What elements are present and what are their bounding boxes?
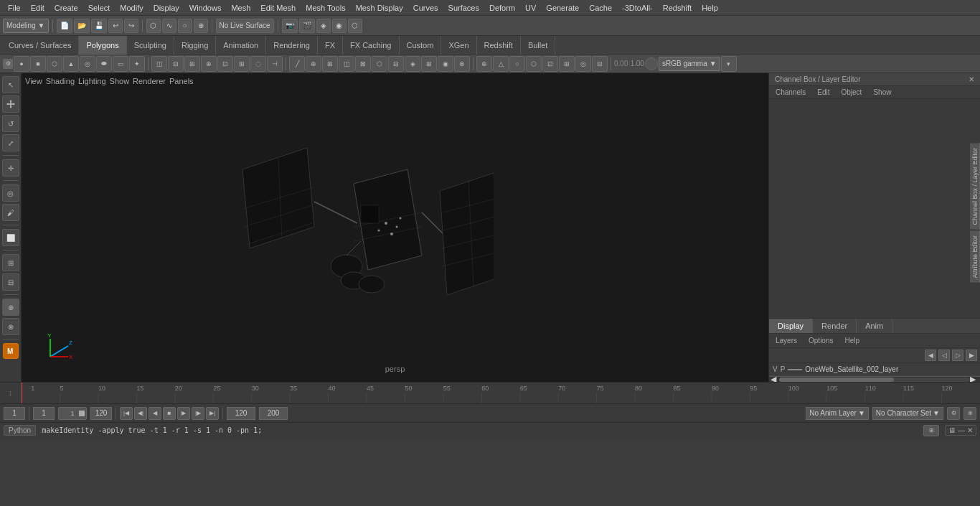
tool5-btn[interactable]: ⊠ <box>355 56 371 72</box>
menu-windows[interactable]: Windows <box>184 2 227 14</box>
panel-close-btn[interactable]: ✕ <box>969 75 974 83</box>
snap8-btn[interactable]: ⊟ <box>592 56 608 72</box>
vp-menu-lighting[interactable]: Lighting <box>78 77 106 85</box>
menu-select[interactable]: Select <box>83 2 116 14</box>
select-tool-btn[interactable]: ⬡ <box>146 19 161 33</box>
tab-sculpting[interactable]: Sculpting <box>127 36 174 55</box>
paint-weights-btn[interactable]: 🖌 <box>2 204 19 221</box>
layer-icon2[interactable]: ◁ <box>938 350 950 361</box>
vp-menu-shading[interactable]: Shading <box>46 77 75 85</box>
menu-deform[interactable]: Deform <box>484 2 520 14</box>
current-frame-input[interactable]: 1 <box>4 407 25 420</box>
tab-fx-caching[interactable]: FX Caching <box>343 36 399 55</box>
settings-icon-btn[interactable]: ⚙ <box>3 59 13 69</box>
vp-menu-show[interactable]: Show <box>110 77 130 85</box>
cone-btn[interactable]: ▲ <box>63 56 79 72</box>
mirror-btn[interactable]: ⊣ <box>267 56 283 72</box>
layer-p-toggle[interactable]: P <box>781 365 786 373</box>
ly-tab-options[interactable]: Options <box>806 336 836 345</box>
snap5-btn[interactable]: ⊡ <box>542 56 558 72</box>
paint-tool-btn[interactable]: ○ <box>178 19 192 33</box>
dr-tab-render[interactable]: Render <box>813 319 857 333</box>
menu-edit[interactable]: Edit <box>26 2 50 14</box>
crease-tool-btn[interactable]: ⊕ <box>2 299 19 316</box>
tab-rigging[interactable]: Rigging <box>174 36 216 55</box>
side-tab-channel-box[interactable]: Channel Box / Layer Editor <box>970 144 980 230</box>
sphere-btn[interactable]: ● <box>14 56 29 72</box>
scale-tool[interactable]: ⤢ <box>2 134 19 151</box>
align-btn[interactable]: ⊟ <box>2 273 19 291</box>
menu-uv[interactable]: UV <box>520 2 541 14</box>
cube-btn[interactable]: ■ <box>30 56 46 72</box>
side-tab-attribute-editor[interactable]: Attribute Editor <box>970 231 980 283</box>
window-close-btn[interactable]: ✕ <box>967 426 973 434</box>
tool3-btn[interactable]: ⊞ <box>322 56 338 72</box>
universal-tool[interactable]: ✛ <box>2 159 19 177</box>
play-reverse-btn[interactable]: ◀ <box>149 407 161 420</box>
window-monitor-icon[interactable]: 🖥 <box>948 426 956 434</box>
menu-mesh-display[interactable]: Mesh Display <box>351 2 408 14</box>
playback-end-input[interactable]: 120 <box>227 407 255 420</box>
frame-start-input[interactable]: 1 <box>33 407 55 420</box>
snap3-btn[interactable]: ○ <box>509 56 525 72</box>
tab-fx[interactable]: FX <box>318 36 343 55</box>
menu-display[interactable]: Display <box>149 2 184 14</box>
undo-btn[interactable]: ↩ <box>108 19 123 33</box>
snap-btn[interactable]: ⊕ <box>194 19 208 33</box>
tool7-btn[interactable]: ⊟ <box>388 56 404 72</box>
tool11-btn[interactable]: ⊗ <box>454 56 470 72</box>
workspace-dropdown[interactable]: Modeling ▼ <box>3 19 49 33</box>
sculpt-btn[interactable]: ⊗ <box>2 318 19 335</box>
vp-menu-renderer[interactable]: Renderer <box>133 77 166 85</box>
lasso-tool-btn[interactable]: ∿ <box>162 19 176 33</box>
tab-animation[interactable]: Animation <box>216 36 266 55</box>
anim-extra-btn[interactable]: ⊕ <box>963 407 976 420</box>
vert-mode-btn[interactable]: ⊞ <box>184 56 200 72</box>
dr-tab-anim[interactable]: Anim <box>857 319 892 333</box>
edge-mode-btn[interactable]: ⊟ <box>168 56 184 72</box>
layer-icon3[interactable]: ▷ <box>952 350 963 361</box>
timeline[interactable]: 1 placeholder 1 5 10 15 <box>0 382 980 403</box>
cb-tab-channels[interactable]: Channels <box>773 88 809 97</box>
ly-tab-layers[interactable]: Layers <box>773 336 800 345</box>
menu-redshift[interactable]: Redshift <box>658 2 697 14</box>
menu-file[interactable]: File <box>3 2 26 14</box>
snap-together-btn[interactable]: ⊞ <box>2 254 19 271</box>
step-forward-btn[interactable]: |▶ <box>192 407 204 420</box>
menu-modify[interactable]: Modify <box>115 2 148 14</box>
ipr-btn[interactable]: ◈ <box>316 19 331 33</box>
live-surface-btn[interactable]: No Live Surface <box>216 19 274 33</box>
play-forward-btn[interactable]: ▶ <box>177 407 190 420</box>
menu-3dtall[interactable]: -3DtoAll- <box>617 2 658 14</box>
anim-layer-dropdown[interactable]: No Anim Layer ▼ <box>806 407 869 420</box>
select-tool[interactable]: ↖ <box>2 76 19 93</box>
face-mode-btn[interactable]: ◫ <box>151 56 167 72</box>
tool2-btn[interactable]: ⊕ <box>306 56 321 72</box>
snap7-btn[interactable]: ◎ <box>575 56 591 72</box>
soft-select-btn[interactable]: ◎ <box>2 184 19 202</box>
grid-btn[interactable]: ⊞ <box>234 56 250 72</box>
plane-btn[interactable]: ▭ <box>113 56 128 72</box>
scrollbar-track[interactable] <box>779 378 970 382</box>
render-btn[interactable]: 📷 <box>282 19 298 33</box>
move-tool[interactable] <box>2 95 19 113</box>
save-file-btn[interactable]: 💾 <box>91 19 107 33</box>
marquee-select-btn[interactable]: ⬜ <box>2 229 19 246</box>
tab-redshift[interactable]: Redshift <box>477 36 521 55</box>
torus-btn[interactable]: ◎ <box>80 56 95 72</box>
menu-mesh[interactable]: Mesh <box>226 2 255 14</box>
anim-settings-btn[interactable]: ⚙ <box>947 407 960 420</box>
character-set-dropdown[interactable]: No Character Set ▼ <box>872 407 943 420</box>
window-minimize-btn[interactable]: — <box>958 426 965 434</box>
menu-surfaces[interactable]: Surfaces <box>443 2 484 14</box>
new-file-btn[interactable]: 📄 <box>57 19 72 33</box>
tool6-btn[interactable]: ⬡ <box>372 56 387 72</box>
vp-menu-panels[interactable]: Panels <box>169 77 194 85</box>
open-file-btn[interactable]: 📂 <box>74 19 90 33</box>
rotate-tool[interactable]: ↺ <box>2 115 19 132</box>
view-options-btn[interactable]: ▾ <box>721 56 737 72</box>
tool10-btn[interactable]: ◉ <box>438 56 453 72</box>
menu-generate[interactable]: Generate <box>541 2 584 14</box>
stop-btn[interactable]: ■ <box>163 407 176 420</box>
layer-v-toggle[interactable]: V <box>773 365 778 373</box>
